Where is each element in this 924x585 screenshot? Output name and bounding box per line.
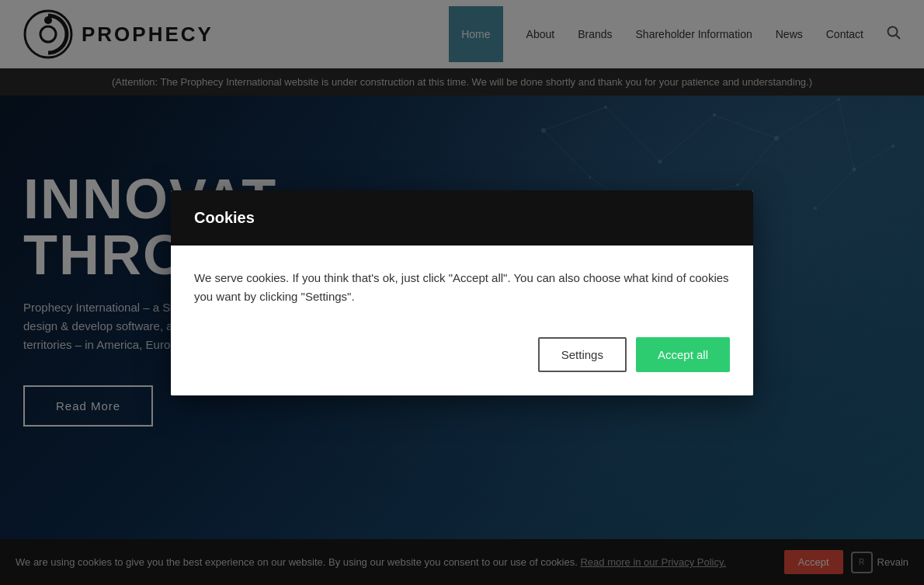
modal-footer: Settings Accept all <box>171 322 753 395</box>
modal-body: We serve cookies. If you think that's ok… <box>171 245 753 322</box>
modal-overlay[interactable]: Cookies We serve cookies. If you think t… <box>0 0 924 585</box>
accept-all-button[interactable]: Accept all <box>636 337 730 372</box>
settings-button[interactable]: Settings <box>538 337 627 372</box>
cookies-modal: Cookies We serve cookies. If you think t… <box>171 190 753 395</box>
modal-header: Cookies <box>171 190 753 245</box>
modal-title: Cookies <box>194 209 255 226</box>
modal-body-text: We serve cookies. If you think that's ok… <box>194 269 730 306</box>
